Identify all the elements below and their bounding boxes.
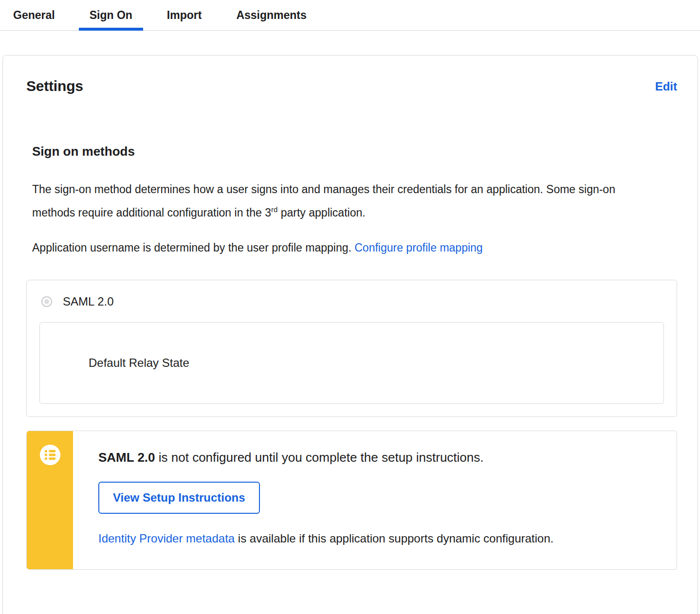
default-relay-state-field: Default Relay State: [39, 322, 664, 404]
metadata-line: Identity Provider metadata is available …: [98, 531, 657, 546]
description-text-tail: party application.: [277, 206, 365, 219]
tab-assignments[interactable]: Assignments: [225, 0, 317, 30]
callout-message: SAML 2.0 is not configured until you com…: [98, 449, 657, 466]
page-title: Settings: [26, 78, 83, 94]
saml-not-configured-callout: SAML 2.0 is not configured until you com…: [26, 431, 677, 570]
username-mapping-text: Application username is determined by th…: [32, 241, 354, 254]
tab-general[interactable]: General: [2, 0, 66, 30]
identity-provider-metadata-link[interactable]: Identity Provider metadata: [98, 532, 235, 545]
bulleted-list-icon: [39, 444, 61, 466]
edit-link[interactable]: Edit: [655, 80, 677, 93]
configure-profile-mapping-link[interactable]: Configure profile mapping: [354, 241, 482, 254]
view-setup-instructions-button[interactable]: View Setup Instructions: [98, 482, 260, 514]
tab-import[interactable]: Import: [156, 0, 213, 30]
default-relay-state-label: Default Relay State: [89, 356, 189, 370]
ordinal-superscript: rd: [271, 205, 277, 214]
radio-dot: [44, 299, 49, 304]
sign-on-methods-description: The sign-on method determines how a user…: [32, 178, 645, 224]
callout-message-rest: is not configured until you complete the…: [155, 450, 484, 465]
saml-radio-row: SAML 2.0: [39, 295, 664, 308]
callout-message-method: SAML 2.0: [98, 450, 155, 465]
app-tab-bar: General Sign On Import Assignments: [0, 0, 700, 31]
settings-card-header: Settings Edit: [26, 78, 677, 94]
callout-warning-stripe: [27, 431, 73, 569]
settings-card: Settings Edit Sign on methods The sign-o…: [2, 55, 698, 614]
saml-option-box: SAML 2.0 Default Relay State: [26, 280, 677, 417]
sign-on-methods-section: Sign on methods The sign-on method deter…: [32, 144, 677, 259]
saml-radio-button[interactable]: [41, 296, 52, 307]
metadata-line-rest: is available if this application support…: [235, 532, 553, 545]
tab-sign-on[interactable]: Sign On: [79, 0, 143, 30]
sign-on-methods-heading: Sign on methods: [32, 144, 677, 159]
saml-radio-label: SAML 2.0: [63, 295, 114, 308]
username-mapping-line: Application username is determined by th…: [32, 236, 677, 259]
